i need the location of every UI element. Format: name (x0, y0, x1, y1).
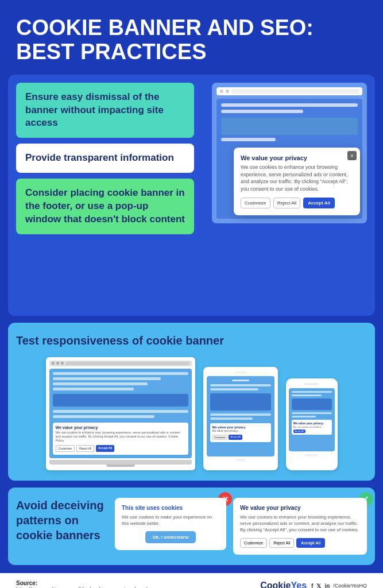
cookie-popup-title: We value your privacy (241, 154, 353, 161)
desktop-reject-btn[interactable]: Reject All (76, 445, 94, 452)
laptop-base (106, 465, 135, 467)
practice-card-2: Provide transparent information (16, 144, 194, 173)
good-banner: We value your privacy We use cookies to … (233, 498, 367, 555)
good-banner-text: We use cookies to enhance your browsing … (240, 514, 360, 533)
bad-banner-ok-button[interactable]: Ok, I understand (145, 531, 195, 543)
twitter-icon[interactable]: 𝕏 (316, 583, 321, 588)
responsiveness-title: Test responsiveness of cookie banner (16, 333, 367, 348)
section-patterns: Avoid deceiving patterns on cookie banne… (8, 488, 375, 565)
phone-cookie-bar: We value your privacy We use cookies to … (292, 420, 332, 435)
desktop-accept-btn[interactable]: Accept All (96, 445, 114, 452)
footer-right: CookieYes f 𝕏 in /CookieYesHQ (260, 581, 367, 588)
desktop-customize-btn[interactable]: Customize (56, 445, 75, 452)
tablet-line (210, 413, 271, 416)
device-desktop: We value your privacy We use cookies to … (46, 357, 195, 470)
browser-window: × We value your privacy We use cookies t… (212, 83, 367, 223)
desktop-dot (56, 362, 59, 365)
good-customize-button[interactable]: Customize (240, 538, 267, 548)
desktop-line (53, 382, 148, 385)
tablet-cookie-btns: Customize Accept All (212, 435, 269, 440)
desktop-line (53, 410, 188, 413)
phone-image-block (292, 399, 332, 410)
content-line (221, 110, 303, 113)
good-banner-buttons: Customize Reject All Accept All (240, 538, 360, 548)
content-line (221, 103, 358, 107)
patterns-title: Avoid deceiving patterns on cookie banne… (16, 498, 108, 543)
footer-left: Source: https://www.cookieyes.com/blog/c… (16, 580, 148, 588)
desktop-content: We value your privacy We use cookies to … (49, 369, 192, 458)
practice-card-1: Ensure easy dismissal of the banner with… (16, 83, 194, 138)
bad-banner-title: This site uses cookies (122, 505, 219, 511)
bad-banner-text: We use cookies to make your experience o… (122, 514, 219, 527)
close-icon[interactable]: × (347, 151, 357, 160)
popup-buttons: Customize Reject All Accept All (241, 198, 353, 208)
desktop-cookie-text: We use cookies to enhance your browsing … (56, 431, 185, 443)
desktop-dot (52, 362, 55, 365)
desktop-cookie-buttons: Customize Reject All Accept All (56, 445, 185, 452)
bad-banner: This site uses cookies We use cookies to… (115, 498, 226, 550)
cookie-popup: × We value your privacy We use cookies t… (234, 148, 360, 215)
facebook-icon[interactable]: f (311, 583, 313, 588)
accept-button[interactable]: Accept All (303, 198, 335, 208)
desktop-line (53, 415, 154, 418)
section-practices: Ensure easy dismissal of the banner with… (8, 75, 375, 316)
tablet-cust-btn[interactable]: Customize (212, 435, 228, 440)
page-title: COOKIE BANNER AND SEO: BEST PRACTICES (16, 16, 367, 64)
phone-cookie-btns: Accept All (293, 430, 330, 433)
browser-bar (216, 87, 362, 95)
linkedin-icon[interactable]: in (324, 583, 330, 588)
source-label: Source: (16, 580, 148, 586)
cookieyes-brand: CookieYes (260, 581, 307, 588)
laptop-stand (49, 460, 192, 465)
practice-cards: Ensure easy dismissal of the banner with… (16, 83, 194, 308)
header: COOKIE BANNER AND SEO: BEST PRACTICES (0, 0, 383, 75)
tablet-image-block (210, 393, 271, 411)
good-banner-title: We value your privacy (240, 505, 360, 511)
good-accept-button[interactable]: Accept All (296, 538, 325, 548)
reject-button[interactable]: Reject All (273, 198, 300, 208)
section-responsiveness: Test responsiveness of cookie banner We … (8, 323, 375, 481)
browser-dot-1 (220, 90, 223, 93)
tablet-home-btn (235, 459, 246, 461)
source-url[interactable]: https://www.cookieyes.com/blog/cookie-co… (16, 586, 148, 588)
social-handle: /CookieYesHQ (333, 583, 367, 588)
desktop-cookie-bar: We value your privacy We use cookies to … (53, 423, 188, 455)
browser-mockup-area: × We value your privacy We use cookies t… (200, 83, 367, 308)
phone-line (292, 391, 332, 393)
bad-banner-container: ✕ This site uses cookies We use cookies … (115, 498, 226, 550)
tablet-camera (235, 372, 246, 373)
desktop-address (65, 362, 189, 365)
phone-cookie-text: We use cookies to enhance... (293, 425, 330, 428)
phone-cookie-title: We value your privacy (293, 421, 330, 425)
browser-content: × We value your privacy We use cookies t… (216, 99, 362, 219)
desktop-dot (61, 362, 64, 365)
phone-accept-btn[interactable]: Accept All (293, 430, 305, 433)
desktop-cookie-title: We value your privacy (56, 425, 185, 430)
cookie-popup-text: We use cookies to enhance your browsing … (241, 164, 353, 192)
tablet-accept-btn[interactable]: Accept All (229, 435, 242, 440)
customize-button[interactable]: Customize (241, 198, 270, 208)
tablet-line (210, 388, 259, 390)
tablet-cookie-text: We value your privacy... (212, 430, 269, 433)
phone-content: We value your privacy We use cookies to … (289, 388, 335, 451)
patterns-container: Avoid deceiving patterns on cookie banne… (16, 498, 367, 555)
tablet-line (210, 417, 253, 420)
desktop-line (53, 377, 161, 380)
good-reject-button[interactable]: Reject All (269, 538, 294, 548)
tablet-cookie-title: We value your privacy (212, 425, 269, 429)
phone-line (292, 416, 316, 417)
phone-home-btn (304, 454, 319, 457)
good-banner-container: ✓ We value your privacy We use cookies t… (233, 498, 367, 555)
desktop-bar (49, 361, 192, 366)
browser-address (231, 89, 359, 94)
device-phone: We value your privacy We use cookies to … (286, 378, 338, 470)
content-line (221, 138, 276, 141)
practice-card-3: Consider placing cookie banner in the fo… (16, 179, 194, 234)
browser-dot-2 (226, 90, 229, 93)
tablet-line (210, 384, 271, 386)
desktop-line (53, 372, 188, 375)
social-icons: f 𝕏 in /CookieYesHQ (311, 583, 367, 588)
tablet-content: We value your privacy We value your priv… (207, 376, 274, 457)
phone-line (292, 412, 332, 414)
tablet-top-bar (232, 380, 249, 381)
